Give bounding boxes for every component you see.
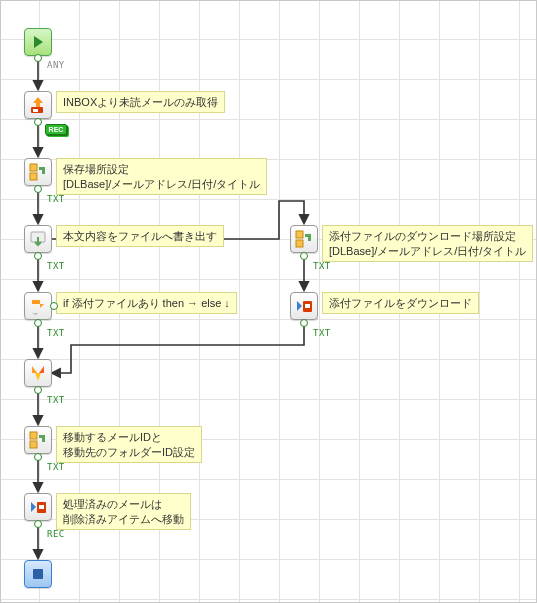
label-line1: 添付ファイルのダウンロード場所設定 — [329, 230, 516, 242]
move-ids-label: 移動するメールIDと 移動先のフォルダーID設定 — [56, 426, 202, 463]
download-attach-node[interactable] — [290, 292, 318, 320]
label-line1: 保存場所設定 — [63, 163, 129, 175]
write-body-label: 本文内容をファイルへ書き出す — [56, 225, 224, 247]
flow-canvas: ANY INBOXより未読メールのみ取得 REC 保存場所設定 [DLBase]… — [0, 0, 537, 603]
move-done-node[interactable] — [24, 493, 52, 521]
svg-rect-19 — [30, 432, 37, 439]
port-txt-label: TXT — [313, 328, 331, 338]
if-attach-node[interactable] — [24, 292, 52, 320]
play-icon — [30, 34, 46, 50]
port-txt-label: TXT — [313, 261, 331, 271]
move-ids-node[interactable] — [24, 426, 52, 454]
port-dot — [34, 54, 42, 62]
rec-badge: REC — [45, 124, 67, 135]
file-down-icon — [28, 229, 48, 249]
port-txt-label: TXT — [47, 194, 65, 204]
write-body-node[interactable] — [24, 225, 52, 253]
download-attach-label: 添付ファイルをダウンロード — [322, 292, 479, 314]
port-dot — [34, 386, 42, 394]
label-line2: [DLBase]/メールアドレス/日付/タイトル — [329, 245, 526, 257]
stop-icon — [31, 567, 45, 581]
outlook-up-icon — [28, 95, 48, 115]
port-txt-label: TXT — [47, 328, 65, 338]
svg-rect-13 — [30, 173, 37, 180]
port-txt-label: TXT — [47, 395, 65, 405]
port-dot — [34, 252, 42, 260]
svg-rect-16 — [296, 240, 303, 247]
port-dot — [34, 520, 42, 528]
svg-rect-20 — [30, 441, 37, 448]
svg-rect-11 — [33, 109, 38, 112]
grid-arrow-icon — [294, 229, 314, 249]
port-dot — [300, 319, 308, 327]
port-txt-label: TXT — [47, 462, 65, 472]
svg-rect-15 — [296, 231, 303, 238]
grid-arrow-icon — [28, 430, 48, 450]
end-node[interactable] — [24, 560, 52, 588]
port-dot — [34, 453, 42, 461]
port-dot — [34, 118, 42, 126]
download-location-node[interactable] — [290, 225, 318, 253]
label-line2: 削除済みアイテムへ移動 — [63, 513, 184, 525]
svg-rect-18 — [305, 304, 310, 308]
port-dot — [34, 185, 42, 193]
outlook-play-icon — [294, 296, 314, 316]
port-dot — [50, 302, 58, 310]
save-location-node[interactable] — [24, 158, 52, 186]
fetch-mail-node[interactable] — [24, 91, 52, 119]
svg-rect-12 — [30, 164, 37, 171]
fetch-mail-label: INBOXより未読メールのみ取得 — [56, 91, 225, 113]
port-txt-label: TXT — [47, 261, 65, 271]
if-attach-label: if 添付ファイルあり then → else ↓ — [56, 292, 237, 314]
branch-icon — [28, 296, 48, 316]
download-location-label: 添付ファイルのダウンロード場所設定 [DLBase]/メールアドレス/日付/タイ… — [322, 225, 533, 262]
port-dot — [34, 319, 42, 327]
svg-rect-22 — [39, 505, 44, 509]
label-line1: 処理済みのメールは — [63, 498, 162, 510]
outlook-play-icon — [28, 497, 48, 517]
label-line2: [DLBase]/メールアドレス/日付/タイトル — [63, 178, 260, 190]
save-location-label: 保存場所設定 [DLBase]/メールアドレス/日付/タイトル — [56, 158, 267, 195]
merge-icon — [28, 363, 48, 383]
label-line1: 移動するメールIDと — [63, 431, 162, 443]
start-node[interactable] — [24, 28, 52, 56]
move-done-label: 処理済みのメールは 削除済みアイテムへ移動 — [56, 493, 191, 530]
merge-node[interactable] — [24, 359, 52, 387]
grid-arrow-icon — [28, 162, 48, 182]
label-line2: 移動先のフォルダーID設定 — [63, 446, 195, 458]
port-any-label: ANY — [47, 60, 65, 70]
port-rec-label: REC — [47, 529, 65, 539]
port-dot — [300, 252, 308, 260]
svg-rect-23 — [33, 569, 43, 579]
